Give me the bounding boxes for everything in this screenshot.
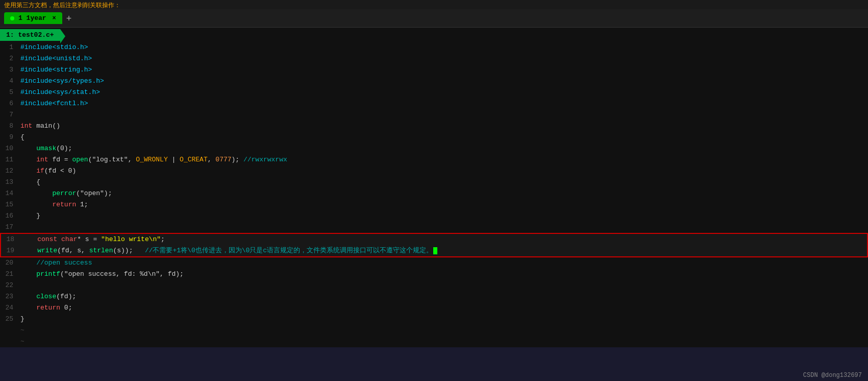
editor-body: 1#include<stdio.h>2#include<unistd.h>3#i… xyxy=(0,42,868,347)
code-line-8: 8int main() xyxy=(0,121,868,132)
tab-close[interactable]: × xyxy=(53,15,56,22)
code-line-25: 25} xyxy=(0,314,868,325)
code-line-19: 19 write(fd, s, strlen(s)); //不需要+1将\0也传… xyxy=(1,245,867,256)
code-line-1: 1#include<stdio.h> xyxy=(0,42,868,53)
code-line-9: 9{ xyxy=(0,132,868,143)
status-text: CSDN @dong132697 xyxy=(803,372,862,379)
file-breadcrumb: 1: test02.c+ xyxy=(0,29,60,41)
tab-label: 1 1year xyxy=(18,14,46,22)
code-line-21: 21 printf("open success, fd: %d\n", fd); xyxy=(0,269,868,280)
code-line-16: 16 } xyxy=(0,210,868,222)
top-bar: 1 1year × + xyxy=(0,9,868,28)
code-line-17: 17 xyxy=(0,222,868,233)
notice-bar: 使用第三方文档，然后注意剥削关联操作： xyxy=(0,0,868,9)
code-line-3: 3#include<string.h> xyxy=(0,64,868,76)
code-line-14: 14 perror("open"); xyxy=(0,188,868,199)
tab-dot xyxy=(10,16,14,20)
code-line-7: 7 xyxy=(0,109,868,121)
highlight-box: 18 const char* s = "hello write\n";19 wr… xyxy=(0,233,868,257)
breadcrumb-bar: 1: test02.c+ xyxy=(0,28,868,42)
tilde-line-1: ~ xyxy=(0,325,868,336)
new-tab-button[interactable]: + xyxy=(62,14,76,23)
code-line-13: 13 { xyxy=(0,177,868,188)
code-line-23: 23 close(fd); xyxy=(0,291,868,302)
code-line-20: 20 //open success xyxy=(0,257,868,269)
code-line-18: 18 const char* s = "hello write\n"; xyxy=(1,234,867,245)
breadcrumb-label: 1: test02.c+ xyxy=(6,31,54,39)
code-line-10: 10 umask(0); xyxy=(0,143,868,154)
code-line-5: 5#include<sys/stat.h> xyxy=(0,87,868,98)
code-line-12: 12 if(fd < 0) xyxy=(0,165,868,177)
status-bar: CSDN @dong132697 xyxy=(797,370,868,381)
code-line-24: 24 return 0; xyxy=(0,302,868,314)
code-line-4: 4#include<sys/types.h> xyxy=(0,76,868,87)
active-tab[interactable]: 1 1year × xyxy=(4,12,62,24)
code-line-11: 11 int fd = open("log.txt", O_WRONLY | O… xyxy=(0,154,868,165)
code-line-2: 2#include<unistd.h> xyxy=(0,53,868,64)
code-line-22: 22 xyxy=(0,280,868,291)
code-line-6: 6#include<fcntl.h> xyxy=(0,98,868,109)
code-area: 1#include<stdio.h>2#include<unistd.h>3#i… xyxy=(0,42,868,325)
code-line-15: 15 return 1; xyxy=(0,199,868,210)
tilde-line-2: ~ xyxy=(0,336,868,347)
